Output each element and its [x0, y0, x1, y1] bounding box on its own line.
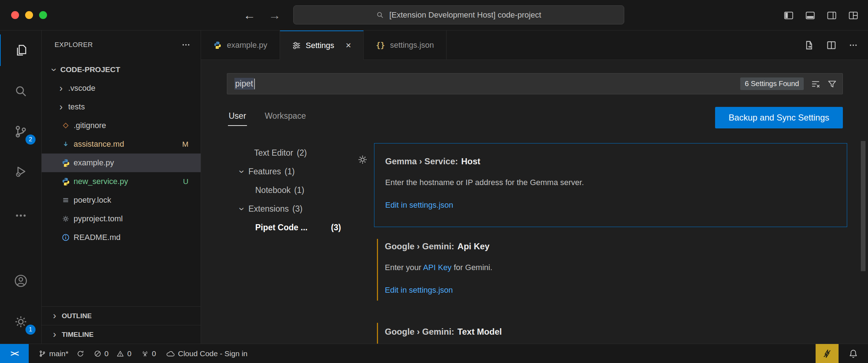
- scope-tab-user[interactable]: User: [228, 108, 247, 126]
- settings-found-badge: 6 Settings Found: [740, 77, 804, 90]
- setting-gemma-service-host[interactable]: Gemma › Service:Host Enter the hostname …: [374, 143, 847, 227]
- edit-in-settings-json-link[interactable]: Edit in settings.json: [385, 201, 453, 210]
- tab-settings-json[interactable]: {} settings.json: [364, 30, 447, 60]
- settings-editor: pipet 6 Settings Found User Workspace Ba…: [201, 60, 868, 344]
- tree-item-poetry-lock[interactable]: poetry.lock: [42, 191, 201, 209]
- zoom-window-button[interactable]: [39, 11, 47, 19]
- explorer-sidebar: EXPLORER › CODE-PROJECT › .vscode › test…: [42, 30, 201, 344]
- timeline-section[interactable]: › TIMELINE: [42, 325, 201, 344]
- error-icon: [94, 350, 101, 357]
- window-controls: [11, 11, 47, 19]
- list-icon: [61, 195, 70, 205]
- search-icon: [14, 84, 28, 98]
- tree-item-new-service-py[interactable]: new_service.py U: [42, 172, 201, 191]
- toc-text-editor[interactable]: Text Editor (2): [201, 143, 352, 162]
- editor-scrollbar[interactable]: [861, 141, 865, 271]
- tree-item-assistance-md[interactable]: assistance.md M: [42, 135, 201, 154]
- scm-badge: 2: [25, 135, 36, 145]
- chevron-right-icon: ›: [57, 102, 65, 113]
- backup-sync-settings-button[interactable]: Backup and Sync Settings: [715, 107, 843, 128]
- activitybar-more[interactable]: [0, 200, 41, 231]
- run-debug-icon: [14, 165, 28, 178]
- branch-icon: [39, 350, 46, 357]
- close-icon[interactable]: ×: [346, 40, 351, 51]
- settings-badge: 1: [25, 325, 36, 335]
- modified-indicator: [377, 239, 378, 301]
- cloud-icon: [166, 350, 175, 357]
- activitybar-source-control[interactable]: 2: [0, 116, 41, 147]
- chevron-down-icon: ›: [236, 168, 247, 175]
- cloud-code-status-item[interactable]: Cloud Code - Sign in: [166, 349, 248, 358]
- gear-icon: [14, 315, 28, 329]
- forward-button[interactable]: →: [269, 8, 281, 22]
- settings-search-input[interactable]: pipet 6 Settings Found: [227, 73, 843, 94]
- vscode-window: ← → [Extension Development Host] code-pr…: [0, 0, 868, 363]
- activitybar-settings[interactable]: 1: [0, 306, 41, 338]
- tree-item-vscode[interactable]: › .vscode: [42, 79, 201, 98]
- more-actions-icon[interactable]: [849, 41, 858, 50]
- toc-extensions[interactable]: › Extensions (3): [201, 199, 352, 218]
- layout-sidebar-right-icon[interactable]: [826, 10, 837, 21]
- activitybar-accounts[interactable]: [0, 265, 41, 297]
- layout-panel-icon[interactable]: [805, 10, 816, 21]
- chevron-down-icon: ›: [48, 65, 60, 74]
- clear-filters-icon[interactable]: [811, 79, 820, 89]
- tree-item-readme-md[interactable]: README.md: [42, 228, 201, 247]
- command-center[interactable]: [Extension Development Host] code-projec…: [293, 5, 624, 24]
- title-bar: ← → [Extension Development Host] code-pr…: [0, 0, 868, 30]
- braces-icon: {}: [376, 41, 385, 50]
- info-icon: [61, 233, 70, 242]
- branch-status-item[interactable]: main*: [39, 349, 84, 358]
- back-button[interactable]: ←: [243, 8, 256, 22]
- tab-settings[interactable]: Settings ×: [280, 30, 364, 60]
- remote-indicator[interactable]: ><: [0, 344, 29, 363]
- chevron-right-icon: ›: [57, 83, 65, 94]
- problems-status-item[interactable]: 0 0: [94, 349, 131, 358]
- layout-customize-icon[interactable]: [848, 10, 859, 21]
- setting-google-gemini-text-model[interactable]: Google › Gemini:Text Model: [374, 323, 847, 344]
- settings-search-value: pipet: [234, 78, 254, 90]
- split-editor-icon[interactable]: [826, 40, 836, 50]
- activitybar-search[interactable]: [0, 75, 41, 107]
- scope-tab-workspace[interactable]: Workspace: [264, 108, 307, 125]
- notifications-bell-icon[interactable]: [849, 349, 858, 358]
- sliders-icon: [292, 41, 301, 50]
- setting-gear-icon[interactable]: [358, 155, 368, 165]
- tree-item-pyproject-toml[interactable]: pyproject.toml: [42, 209, 201, 228]
- toc-notebook[interactable]: Notebook (1): [201, 181, 352, 199]
- settings-toc: Text Editor (2) › Features (1) Notebook …: [201, 143, 352, 237]
- tree-item-tests[interactable]: › tests: [42, 98, 201, 116]
- lightning-slash-status-item[interactable]: [816, 344, 839, 363]
- edit-in-settings-json-link[interactable]: Edit in settings.json: [385, 286, 453, 295]
- open-settings-json-icon[interactable]: [804, 40, 814, 50]
- tab-example-py[interactable]: example.py: [201, 30, 280, 60]
- activitybar-explorer[interactable]: [0, 34, 41, 66]
- minimize-window-button[interactable]: [25, 11, 33, 19]
- toc-pipet-code[interactable]: Pipet Code ... (3): [201, 218, 352, 237]
- activitybar-run-debug[interactable]: [0, 156, 41, 187]
- settings-scope-tabs: User Workspace: [228, 108, 307, 129]
- outline-section[interactable]: › OUTLINE: [42, 306, 201, 325]
- activity-bar: 2 1: [0, 30, 42, 344]
- modified-indicator: [377, 323, 378, 344]
- setting-google-gemini-api-key[interactable]: Google › Gemini:Api Key Enter your API K…: [374, 235, 847, 323]
- explorer-tree: › CODE-PROJECT › .vscode › tests .gitign…: [42, 60, 201, 247]
- command-center-title: [Extension Development Host] code-projec…: [389, 10, 541, 20]
- tree-item-gitignore[interactable]: .gitignore: [42, 116, 201, 135]
- text-caret: [254, 79, 255, 89]
- api-key-link[interactable]: API Key: [423, 263, 451, 272]
- filter-icon[interactable]: [827, 79, 837, 89]
- tree-item-example-py[interactable]: example.py: [42, 154, 201, 172]
- toc-features[interactable]: › Features (1): [201, 162, 352, 181]
- search-icon: [376, 11, 384, 19]
- explorer-more-actions-icon[interactable]: [181, 40, 191, 50]
- warning-icon: [117, 350, 124, 357]
- tree-item-root[interactable]: › CODE-PROJECT: [42, 60, 201, 79]
- ellipsis-icon: [14, 209, 27, 222]
- tab-bar: example.py Settings × {} settings.json: [201, 30, 868, 60]
- lightning-slash-icon: [822, 349, 832, 358]
- close-window-button[interactable]: [11, 11, 19, 19]
- layout-sidebar-left-icon[interactable]: [783, 10, 794, 21]
- git-status-badge: U: [183, 177, 188, 186]
- ports-status-item[interactable]: 0: [141, 349, 156, 358]
